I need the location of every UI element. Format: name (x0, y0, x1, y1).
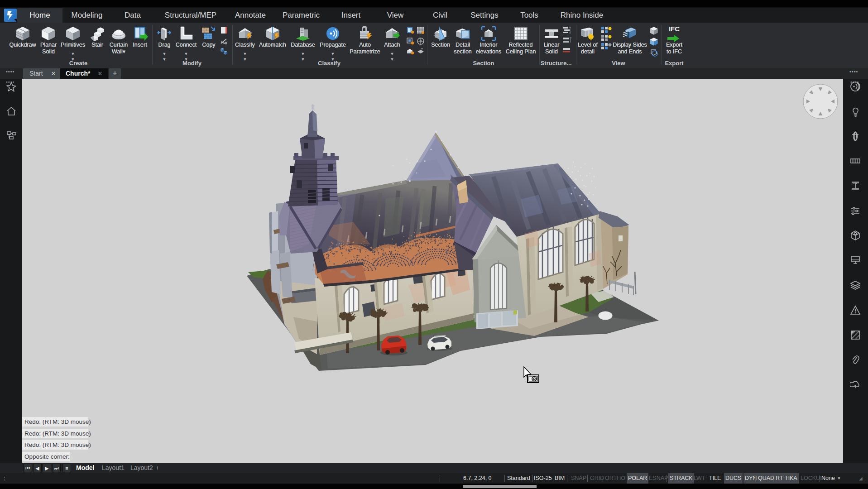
svg-text:Redo: (RTM: 3D mouse): Redo: (RTM: 3D mouse) (24, 441, 91, 448)
svg-text:Redo: (RTM: 3D mouse): Redo: (RTM: 3D mouse) (24, 418, 91, 425)
svg-text:Redo: (RTM: 3D mouse): Redo: (RTM: 3D mouse) (24, 430, 91, 437)
svg-text:Opposite corner:: Opposite corner: (24, 453, 70, 460)
